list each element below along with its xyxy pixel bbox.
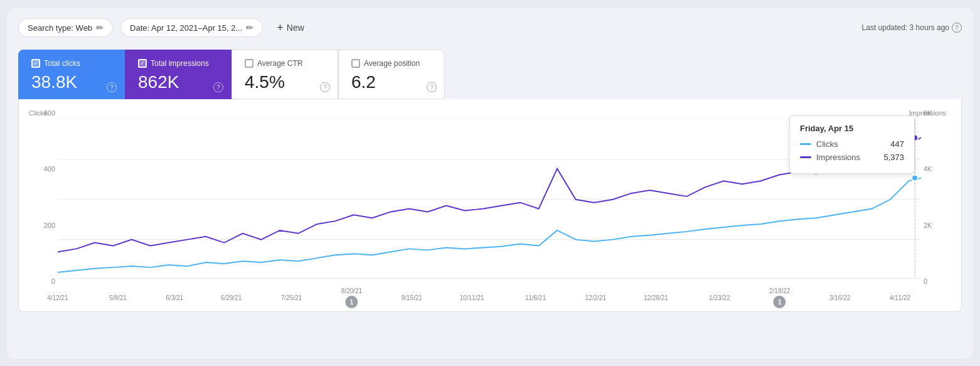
avg-position-label-row: Average position xyxy=(351,59,432,68)
event-marker-1[interactable]: 1 xyxy=(345,296,358,308)
chart-area: Clicks Impressions 600 400 200 0 6K 4K 2… xyxy=(18,99,962,312)
x-label-12: 1/23/22 xyxy=(709,294,730,301)
tooltip-impressions-dot xyxy=(800,156,811,158)
tooltip-impressions-value: 5,373 xyxy=(883,153,904,162)
last-updated-text: Last updated: 3 hours ago xyxy=(862,23,949,32)
new-button[interactable]: + New xyxy=(270,18,311,38)
y-left-tick-200: 200 xyxy=(44,222,55,229)
top-bar-left: Search type: Web ✏ Date: Apr 12, 2021–Ap… xyxy=(18,18,311,38)
tooltip-box: Friday, Apr 15 Clicks 447 Impressions 5,… xyxy=(789,116,915,174)
tooltip-clicks-value: 447 xyxy=(890,139,904,149)
new-button-label: New xyxy=(287,23,304,33)
total-impressions-label: Total impressions xyxy=(151,59,209,68)
x-label-3: 6/3/21 xyxy=(166,294,183,301)
ctr-checkbox[interactable] xyxy=(245,59,253,68)
total-clicks-label: Total clicks xyxy=(44,59,80,68)
metric-card-avg-position[interactable]: Average position 6.2 ? xyxy=(338,50,445,100)
metric-card-avg-ctr[interactable]: Average CTR 4.5% ? xyxy=(232,50,338,100)
x-label-15: 4/11/22 xyxy=(890,294,910,301)
x-label-11: 12/28/21 xyxy=(644,294,668,301)
x-label-9: 11/6/21 xyxy=(525,294,546,301)
y-right-tick-2k: 2K xyxy=(924,222,932,229)
total-impressions-value: 862K xyxy=(138,72,218,93)
y-right-tick-0: 0 xyxy=(924,277,927,285)
tooltip-clicks-row: Clicks 447 xyxy=(800,139,904,149)
y-left-tick-400: 400 xyxy=(44,165,55,173)
event-marker-2[interactable]: 1 xyxy=(774,296,786,308)
x-label-2: 5/8/21 xyxy=(109,294,127,301)
main-container: Search type: Web ✏ Date: Apr 12, 2021–Ap… xyxy=(7,8,973,359)
edit-date-icon: ✏ xyxy=(246,23,253,33)
plus-icon: + xyxy=(277,21,284,35)
tooltip-impressions-label: Impressions xyxy=(816,153,878,162)
metric-card-total-clicks[interactable]: ✓ Total clicks 38.8K ? xyxy=(18,50,125,100)
avg-position-label: Average position xyxy=(364,59,420,68)
search-type-label: Search type: Web xyxy=(28,23,92,33)
x-label-14: 3/16/22 xyxy=(829,294,850,301)
y-left-tick-600: 600 xyxy=(44,109,55,117)
x-label-5: 7/25/21 xyxy=(281,294,302,301)
tooltip-clicks-label: Clicks xyxy=(816,139,885,149)
total-impressions-label-row: ✓ Total impressions xyxy=(138,59,218,68)
date-filter[interactable]: Date: Apr 12, 2021–Apr 15, 2... ✏ xyxy=(120,18,263,37)
tooltip-impressions-row: Impressions 5,373 xyxy=(800,153,904,162)
y-axis-left: 600 400 200 0 xyxy=(29,109,58,285)
avg-ctr-label: Average CTR xyxy=(257,59,302,68)
clicks-line xyxy=(58,178,921,272)
total-clicks-value: 38.8K xyxy=(31,72,112,93)
impressions-help-icon[interactable]: ? xyxy=(213,82,223,92)
tooltip-clicks-dot xyxy=(800,143,811,145)
date-label: Date: Apr 12, 2021–Apr 15, 2... xyxy=(130,23,242,33)
metric-cards: ✓ Total clicks 38.8K ? ✓ Total impressio… xyxy=(18,50,962,100)
x-label-7: 9/15/21 xyxy=(402,294,422,301)
position-help-icon[interactable]: ? xyxy=(427,82,437,92)
avg-ctr-value: 4.5% xyxy=(245,72,325,93)
chart-wrapper: Clicks Impressions 600 400 200 0 6K 4K 2… xyxy=(29,109,946,304)
tooltip-date: Friday, Apr 15 xyxy=(800,124,904,133)
impressions-checkbox[interactable]: ✓ xyxy=(138,59,147,68)
x-label-6: 8/20/21 1 xyxy=(341,288,362,308)
clicks-checkbox[interactable]: ✓ xyxy=(31,59,40,68)
position-checkbox[interactable] xyxy=(351,59,360,68)
x-label-1: 4/12/21 xyxy=(47,294,68,301)
info-icon: ? xyxy=(952,23,962,33)
search-type-filter[interactable]: Search type: Web ✏ xyxy=(18,18,113,37)
x-label-4: 6/29/21 xyxy=(221,294,242,301)
clicks-dot xyxy=(912,175,918,181)
avg-position-value: 6.2 xyxy=(351,72,432,93)
metric-card-total-impressions[interactable]: ✓ Total impressions 862K ? xyxy=(125,50,232,100)
x-label-8: 10/11/21 xyxy=(460,294,484,301)
x-label-10: 12/2/21 xyxy=(585,294,606,301)
top-bar: Search type: Web ✏ Date: Apr 12, 2021–Ap… xyxy=(18,18,962,38)
y-left-tick-0: 0 xyxy=(51,277,55,285)
avg-ctr-label-row: Average CTR xyxy=(245,59,325,68)
last-updated: Last updated: 3 hours ago ? xyxy=(862,23,962,33)
check-mark-2: ✓ xyxy=(140,60,145,67)
y-right-tick-4k: 4K xyxy=(924,165,932,173)
x-label-13: 2/18/22 1 xyxy=(769,288,790,308)
ctr-help-icon[interactable]: ? xyxy=(320,82,330,92)
total-clicks-label-row: ✓ Total clicks xyxy=(31,59,112,68)
edit-icon: ✏ xyxy=(96,23,104,33)
x-axis: 4/12/21 5/8/21 6/3/21 6/29/21 7/25/21 8/… xyxy=(58,291,921,304)
y-axis-right: 6K 4K 2K 0 xyxy=(921,109,946,285)
check-mark: ✓ xyxy=(33,60,38,67)
y-right-tick-6k: 6K xyxy=(924,109,932,117)
clicks-help-icon[interactable]: ? xyxy=(107,82,117,92)
